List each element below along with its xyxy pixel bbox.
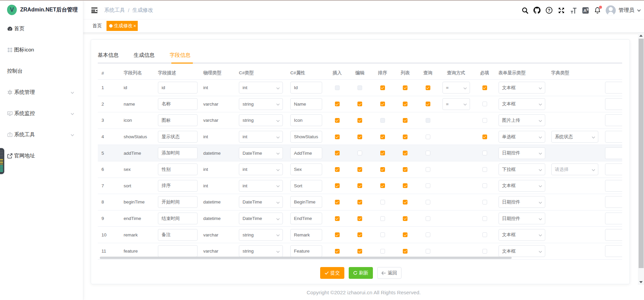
insert-checkbox[interactable] bbox=[335, 151, 340, 155]
sort-checkbox[interactable] bbox=[380, 135, 385, 139]
csharp-type-select[interactable]: int bbox=[239, 82, 283, 93]
user-menu[interactable]: 管理员 bbox=[606, 5, 642, 15]
insert-checkbox[interactable] bbox=[335, 135, 340, 139]
translate-button[interactable]: A bbox=[579, 1, 592, 20]
list-checkbox[interactable] bbox=[403, 200, 407, 204]
description-input[interactable] bbox=[158, 114, 198, 126]
csharp-property-input[interactable] bbox=[290, 131, 322, 143]
search-button[interactable] bbox=[519, 1, 531, 20]
sort-checkbox[interactable] bbox=[380, 167, 385, 172]
csharp-property-input[interactable] bbox=[290, 163, 322, 175]
extra-input[interactable] bbox=[605, 245, 622, 257]
sort-checkbox[interactable] bbox=[380, 183, 385, 188]
form-type-select[interactable]: 日期控件 bbox=[499, 213, 545, 224]
font-size-button[interactable] bbox=[567, 1, 579, 20]
query-checkbox[interactable] bbox=[426, 183, 430, 188]
csharp-type-select[interactable]: DateTime bbox=[239, 196, 283, 208]
query-type-select[interactable]: = bbox=[442, 82, 470, 93]
back-button[interactable]: 返回 bbox=[377, 267, 401, 279]
required-checkbox[interactable] bbox=[482, 200, 487, 204]
sort-checkbox[interactable] bbox=[380, 118, 385, 123]
required-checkbox[interactable] bbox=[482, 183, 487, 188]
insert-checkbox[interactable] bbox=[335, 102, 340, 106]
edit-checkbox[interactable] bbox=[357, 118, 362, 123]
sort-checkbox[interactable] bbox=[380, 200, 385, 204]
list-checkbox[interactable] bbox=[403, 249, 407, 254]
insert-checkbox[interactable] bbox=[335, 85, 340, 90]
sort-checkbox[interactable] bbox=[380, 249, 385, 254]
description-input[interactable] bbox=[158, 196, 198, 208]
csharp-property-input[interactable] bbox=[290, 82, 322, 93]
tab-3[interactable]: 字段信息 bbox=[170, 48, 190, 63]
required-checkbox[interactable] bbox=[482, 102, 487, 106]
scrollbar-up-button[interactable] bbox=[638, 33, 644, 38]
extra-input[interactable] bbox=[605, 114, 622, 126]
help-button[interactable]: ? bbox=[543, 1, 555, 20]
csharp-property-input[interactable] bbox=[290, 196, 322, 208]
required-checkbox[interactable] bbox=[482, 85, 487, 90]
query-checkbox[interactable] bbox=[426, 151, 430, 155]
required-checkbox[interactable] bbox=[482, 151, 487, 155]
tag-home[interactable]: 首页 bbox=[88, 21, 106, 31]
csharp-type-select[interactable]: int bbox=[239, 131, 283, 143]
insert-checkbox[interactable] bbox=[335, 249, 340, 254]
form-type-select[interactable]: 日期控件 bbox=[499, 147, 545, 159]
sidebar-item-3[interactable]: 控制台 bbox=[0, 61, 83, 82]
form-type-select[interactable]: 单选框 bbox=[499, 131, 545, 143]
csharp-property-input[interactable] bbox=[290, 180, 322, 192]
query-checkbox[interactable] bbox=[426, 232, 430, 237]
sidebar-collapse-icon[interactable] bbox=[89, 5, 100, 15]
form-type-select[interactable]: 文本框 bbox=[499, 229, 545, 241]
sidebar-item-1[interactable]: 首页 bbox=[0, 18, 83, 39]
required-checkbox[interactable] bbox=[482, 232, 487, 237]
query-checkbox[interactable] bbox=[426, 249, 430, 254]
horizontal-scrollbar-thumb[interactable] bbox=[100, 257, 512, 259]
edit-checkbox[interactable] bbox=[357, 249, 362, 254]
dict-type-select[interactable]: 请选择 bbox=[551, 163, 598, 175]
vertical-scrollbar[interactable] bbox=[638, 33, 644, 285]
list-checkbox[interactable] bbox=[403, 183, 407, 188]
csharp-type-select[interactable]: DateTime bbox=[239, 147, 283, 159]
extra-input[interactable] bbox=[605, 213, 622, 224]
logo[interactable]: V ZRAdmin.NET后台管理 bbox=[0, 1, 83, 19]
description-input[interactable] bbox=[158, 213, 198, 224]
query-checkbox[interactable] bbox=[426, 102, 430, 106]
edit-checkbox[interactable] bbox=[357, 216, 362, 221]
csharp-type-select[interactable]: int bbox=[239, 163, 283, 175]
csharp-property-input[interactable] bbox=[290, 245, 322, 257]
sort-checkbox[interactable] bbox=[380, 102, 385, 106]
description-input[interactable] bbox=[158, 82, 198, 93]
csharp-property-input[interactable] bbox=[290, 229, 322, 241]
required-checkbox[interactable] bbox=[482, 167, 487, 172]
insert-checkbox[interactable] bbox=[335, 183, 340, 188]
insert-checkbox[interactable] bbox=[335, 216, 340, 221]
sidebar-item-5[interactable]: 系统监控 bbox=[0, 103, 83, 124]
submit-button[interactable]: 提交 bbox=[320, 267, 344, 279]
breadcrumb-parent[interactable]: 系统工具 bbox=[104, 7, 125, 14]
tab-1[interactable]: 基本信息 bbox=[98, 48, 119, 63]
csharp-property-input[interactable] bbox=[290, 98, 322, 110]
query-checkbox[interactable] bbox=[426, 135, 430, 139]
description-input[interactable] bbox=[158, 180, 198, 192]
description-input[interactable] bbox=[158, 98, 198, 110]
tab-2[interactable]: 生成信息 bbox=[134, 48, 155, 63]
query-checkbox[interactable] bbox=[426, 200, 430, 204]
query-checkbox[interactable] bbox=[426, 118, 430, 123]
edit-checkbox[interactable] bbox=[357, 135, 362, 139]
required-checkbox[interactable] bbox=[482, 249, 487, 254]
form-type-select[interactable]: 下拉框 bbox=[499, 163, 545, 175]
description-input[interactable] bbox=[158, 131, 198, 143]
edit-checkbox[interactable] bbox=[357, 183, 362, 188]
csharp-type-select[interactable]: string bbox=[239, 114, 283, 126]
sidebar-item-4[interactable]: 系统管理 bbox=[0, 82, 83, 103]
query-type-select[interactable]: = bbox=[442, 98, 470, 110]
description-input[interactable] bbox=[158, 163, 198, 175]
edit-checkbox[interactable] bbox=[357, 167, 362, 172]
csharp-type-select[interactable]: DateTime bbox=[239, 213, 283, 224]
sidebar-item-6[interactable]: 系统工具 bbox=[0, 124, 83, 145]
refresh-button[interactable]: 刷新 bbox=[349, 267, 373, 279]
list-checkbox[interactable] bbox=[403, 151, 407, 155]
form-type-select[interactable]: 图片上传 bbox=[499, 114, 545, 126]
sort-checkbox[interactable] bbox=[380, 232, 385, 237]
csharp-type-select[interactable]: int bbox=[239, 180, 283, 192]
